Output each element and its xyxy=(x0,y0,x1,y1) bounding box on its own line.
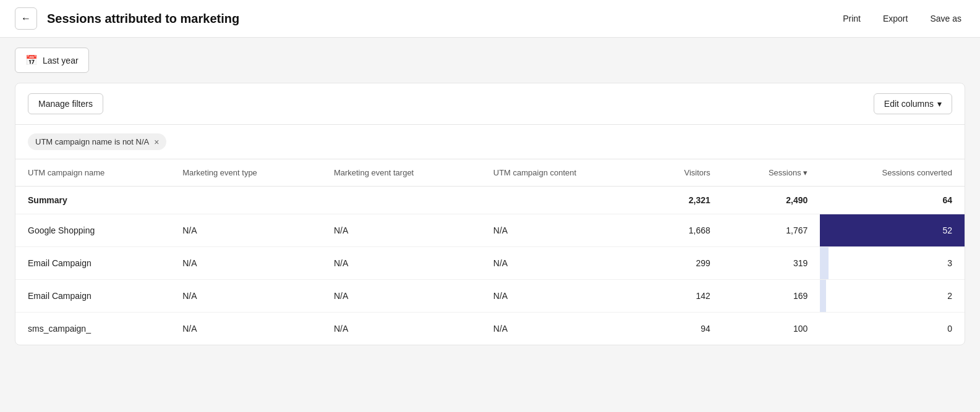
top-bar: ← Sessions attributed to marketing Print… xyxy=(0,0,980,38)
top-bar-left: ← Sessions attributed to marketing xyxy=(15,7,239,30)
table-cell: N/A xyxy=(170,313,322,345)
filter-tag-text: UTM campaign name is not N/A xyxy=(35,137,149,146)
table-cell: N/A xyxy=(322,247,481,280)
cell-visitors: 94 xyxy=(645,313,722,345)
table-cell: sms_campaign_ xyxy=(15,313,170,345)
cell-visitors: 142 xyxy=(645,280,722,313)
cell-sessions: 319 xyxy=(723,247,820,280)
date-range-button[interactable]: 📅 Last year xyxy=(15,48,89,73)
table-cell: N/A xyxy=(170,280,322,313)
table-cell: N/A xyxy=(481,247,646,280)
table-cell: Email Campaign xyxy=(15,247,170,280)
table-cell: N/A xyxy=(481,214,646,247)
summary-sessions: 2,490 xyxy=(723,187,820,214)
edit-columns-button[interactable]: Edit columns ▾ xyxy=(874,93,952,114)
converted-value: 52 xyxy=(934,225,952,235)
print-button[interactable]: Print xyxy=(839,11,864,26)
cell-sessions-converted: 52 xyxy=(820,214,965,247)
page-title: Sessions attributed to marketing xyxy=(47,12,239,26)
main-card: Manage filters Edit columns ▾ UTM campai… xyxy=(15,83,965,345)
filter-tag: UTM campaign name is not N/A × xyxy=(28,133,166,150)
calendar-icon: 📅 xyxy=(25,54,38,66)
summary-row: Summary 2,321 2,490 64 xyxy=(15,187,965,214)
table-cell: N/A xyxy=(170,214,322,247)
table-cell: N/A xyxy=(322,280,481,313)
table-header-row: UTM campaign name Marketing event type M… xyxy=(15,159,965,187)
table-row: Google ShoppingN/AN/AN/A1,6681,76752 xyxy=(15,214,965,247)
col-header-utm-campaign-content: UTM campaign content xyxy=(481,159,646,187)
manage-filters-button[interactable]: Manage filters xyxy=(28,93,103,114)
export-button[interactable]: Export xyxy=(879,11,911,26)
cell-sessions-converted: 0 xyxy=(820,313,965,345)
cell-sessions: 1,767 xyxy=(723,214,820,247)
col-header-utm-campaign-name: UTM campaign name xyxy=(15,159,170,187)
table-cell: Email Campaign xyxy=(15,280,170,313)
cell-sessions: 100 xyxy=(723,313,820,345)
save-as-button[interactable]: Save as xyxy=(926,11,965,26)
table-cell: N/A xyxy=(322,313,481,345)
table-row: Email CampaignN/AN/AN/A2993193 xyxy=(15,247,965,280)
summary-visitors: 2,321 xyxy=(645,187,722,214)
col-header-sessions[interactable]: Sessions ▾ xyxy=(723,159,820,187)
table-cell: N/A xyxy=(170,247,322,280)
table-row: sms_campaign_N/AN/AN/A941000 xyxy=(15,313,965,345)
cell-sessions: 169 xyxy=(723,280,820,313)
col-header-visitors: Visitors xyxy=(645,159,722,187)
cell-visitors: 1,668 xyxy=(645,214,722,247)
data-table: UTM campaign name Marketing event type M… xyxy=(15,159,965,345)
converted-value: 2 xyxy=(934,291,952,301)
card-toolbar: Manage filters Edit columns ▾ xyxy=(15,83,965,125)
table-cell: N/A xyxy=(481,313,646,345)
filter-tag-close-button[interactable]: × xyxy=(154,138,159,146)
cell-sessions-converted: 3 xyxy=(820,247,965,280)
table-cell: Google Shopping xyxy=(15,214,170,247)
col-header-marketing-event-target: Marketing event target xyxy=(322,159,481,187)
top-bar-right: Print Export Save as xyxy=(839,11,965,26)
cell-visitors: 299 xyxy=(645,247,722,280)
chevron-down-icon: ▾ xyxy=(937,99,942,109)
converted-value: 3 xyxy=(934,258,952,268)
cell-sessions-converted: 2 xyxy=(820,280,965,313)
converted-value: 0 xyxy=(934,324,952,334)
col-header-marketing-event-type: Marketing event type xyxy=(170,159,322,187)
table-cell: N/A xyxy=(322,214,481,247)
table-row: Email CampaignN/AN/AN/A1421692 xyxy=(15,280,965,313)
col-header-sessions-converted: Sessions converted xyxy=(820,159,965,187)
back-button[interactable]: ← xyxy=(15,7,37,30)
date-range-label: Last year xyxy=(43,56,79,65)
back-icon: ← xyxy=(21,13,31,24)
filter-bar: 📅 Last year xyxy=(0,38,980,83)
active-filter-bar: UTM campaign name is not N/A × xyxy=(15,125,965,159)
summary-label: Summary xyxy=(15,187,170,214)
summary-sessions-converted: 64 xyxy=(820,187,965,214)
edit-columns-label: Edit columns xyxy=(884,99,934,109)
table-cell: N/A xyxy=(481,280,646,313)
